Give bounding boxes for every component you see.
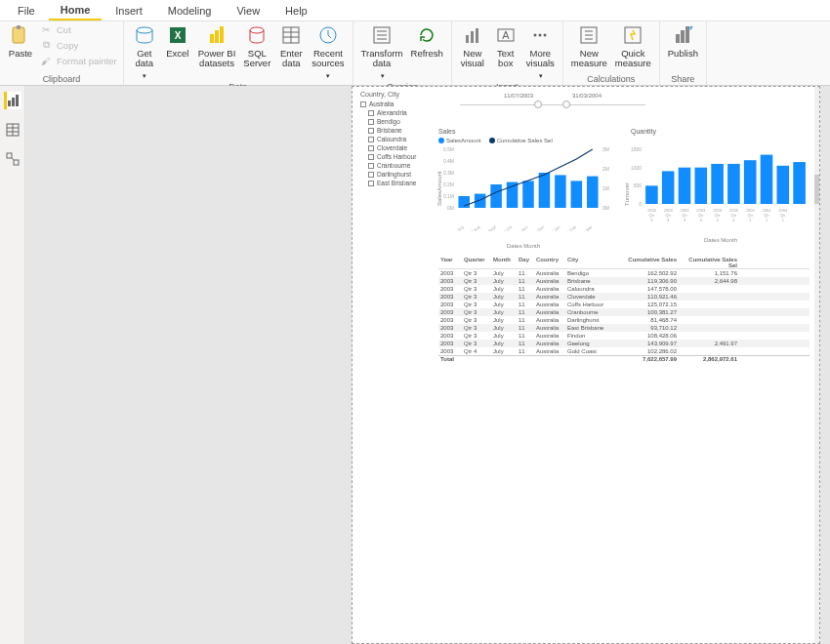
svg-rect-7 [220,26,224,43]
svg-rect-16 [471,31,474,43]
quick-measure-button[interactable]: Quick measure [611,21,655,68]
column-header[interactable]: Year [440,257,462,268]
checkbox-icon[interactable] [368,154,374,160]
text-box-button[interactable]: AText box [489,21,522,68]
qty-ylabel: Turnover [624,182,630,206]
tab-insert[interactable]: Insert [104,2,154,20]
get-data-button[interactable]: Get data [128,21,161,81]
recent-sources-button[interactable]: Recent sources [308,21,348,81]
format-painter-button[interactable]: 🖌Format painter [37,53,119,68]
column-header[interactable]: Month [493,257,517,268]
column-header[interactable]: Cumulative Sales [618,257,677,268]
column-header[interactable]: City [567,257,616,268]
column-header[interactable]: Quarter [464,257,491,268]
group-queries: Transform data Refresh Queries [353,21,452,85]
checkbox-icon[interactable] [368,145,374,151]
tab-modeling[interactable]: Modeling [156,2,224,20]
slicer-country-city[interactable]: Country, City AustraliaAlexandriaBendigo… [360,91,429,187]
report-view-icon[interactable] [4,92,21,109]
column-header[interactable]: Day [519,257,534,268]
enter-data-button[interactable]: Enter data [274,21,308,68]
table-row[interactable]: 2003Qtr 3July11AustraliaCranbourne100,38… [438,308,809,316]
report-page[interactable]: Country, City AustraliaAlexandriaBendigo… [352,86,820,644]
tab-view[interactable]: View [225,2,271,20]
table-row[interactable]: 2003Qtr 3July11AustraliaCloverdale110,92… [438,293,809,301]
cut-button[interactable]: ✂Cut [37,21,119,37]
svg-point-21 [539,34,542,37]
report-scrollbar[interactable] [814,87,819,643]
checkbox-icon[interactable] [368,163,374,169]
slicer-item[interactable]: East Brisbane [360,179,429,187]
slider-thumb-to[interactable] [562,101,570,108]
refresh-button[interactable]: Refresh [407,21,447,59]
slicer-item[interactable]: Caloundra [360,135,429,143]
column-header[interactable]: Country [536,257,565,268]
new-visual-button[interactable]: New visual [456,21,489,68]
paste-button[interactable]: Paste [4,21,37,59]
slicer-item[interactable]: Alexandria [360,108,429,117]
checkbox-icon[interactable] [368,110,374,116]
svg-rect-57 [555,176,566,209]
model-view-icon[interactable] [4,150,21,168]
tab-file[interactable]: File [6,2,47,20]
table-row[interactable]: 2003Qtr 3July11AustraliaCoffs Harbour125… [438,301,809,308]
table-row[interactable]: 2003Qtr 3July11AustraliaCaloundra147,578… [438,285,809,293]
slicer-item[interactable]: Cloverdale [360,143,429,152]
transform-data-button[interactable]: Transform data [357,21,407,81]
svg-text:0.1M: 0.1M [443,193,454,199]
svg-text:3: 3 [650,218,653,222]
slicer-dates[interactable]: 11/07/2003 31/03/2004 [450,93,655,105]
sales-chart[interactable]: SalesAmount Cumulative Sales Sel 0.5M0.4… [438,138,614,231]
checkbox-icon[interactable] [368,137,374,142]
svg-rect-15 [466,35,469,43]
slicer-item[interactable]: Bendigo [360,117,429,126]
table-row[interactable]: 2003Qtr 3July11AustraliaBrisbane119,306.… [438,277,809,285]
slicer-item[interactable]: Australia [360,100,429,108]
qty-chart[interactable]: 1500100050002003Qtr32003Qtr32003Qtr32003… [626,145,811,225]
excel-icon: X [166,23,189,47]
table-row[interactable]: 2003Qtr 4July11AustraliaGold Coast102,28… [438,347,809,355]
column-header[interactable]: Cumulative Sales Sel [679,257,737,268]
svg-text:4: 4 [700,218,703,222]
slicer-item[interactable]: Cranbourne [360,161,429,170]
checkbox-icon[interactable] [368,172,374,178]
table-row[interactable]: 2003Qtr 3July11AustraliaBendigo162,502.9… [438,269,809,277]
data-view-icon[interactable] [4,121,21,139]
date-slider-track[interactable] [460,104,645,105]
refresh-icon [415,23,438,47]
qty-chart-title: Quantity [631,128,656,135]
svg-text:0.4M: 0.4M [443,158,454,164]
slicer-item[interactable]: Coffs Harbour [360,152,429,161]
svg-rect-78 [727,164,740,204]
checkbox-icon[interactable] [368,119,374,125]
data-table[interactable]: YearQuarterMonthDayCountryCityCumulative… [438,257,809,362]
canvas[interactable]: Country, City AustraliaAlexandriaBendigo… [25,86,830,644]
svg-text:1: 1 [749,218,752,222]
pbi-datasets-button[interactable]: Power BI datasets [194,21,240,68]
tab-help[interactable]: Help [273,2,319,20]
new-measure-button[interactable]: New measure [567,21,611,68]
scrollbar-thumb[interactable] [814,175,819,204]
group-label-share: Share [671,73,694,85]
copy-button[interactable]: ⧉Copy [37,37,119,53]
excel-button[interactable]: XExcel [161,21,194,59]
menu-tabs: File Home Insert Modeling View Help [0,0,830,21]
publish-button[interactable]: Publish [664,21,702,59]
table-row[interactable]: 2003Qtr 3July11AustraliaEast Brisbane93,… [438,324,809,332]
more-visuals-button[interactable]: More visuals [522,21,559,81]
table-row[interactable]: 2003Qtr 3July11AustraliaGeelong143,909.9… [438,340,809,347]
checkbox-icon[interactable] [360,101,366,107]
date-from: 11/07/2003 [504,93,533,99]
table-row[interactable]: 2003Qtr 3July11AustraliaDarlinghurst81,4… [438,316,809,324]
checkbox-icon[interactable] [368,128,374,134]
svg-rect-17 [476,28,478,43]
enter-data-icon [279,23,303,47]
slicer-item[interactable]: Darlinghurst [360,170,429,179]
slider-thumb-from[interactable] [534,101,542,108]
table-row[interactable]: 2003Qtr 3July11AustraliaFindon108,428.06 [438,332,809,340]
sql-server-button[interactable]: SQL Server [239,21,274,68]
slicer-item[interactable]: Brisbane [360,126,429,135]
checkbox-icon[interactable] [368,181,374,186]
svg-rect-77 [711,164,724,204]
tab-home[interactable]: Home [49,1,103,20]
